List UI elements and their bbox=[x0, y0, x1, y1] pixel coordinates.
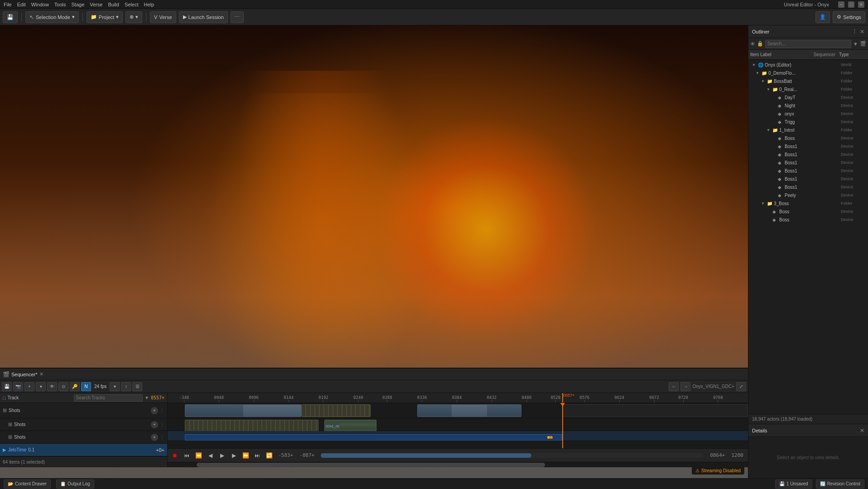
tools-menu[interactable]: Tools bbox=[54, 2, 66, 7]
clip-sub1[interactable] bbox=[185, 420, 318, 432]
progress-bar-container[interactable] bbox=[321, 453, 704, 458]
timeline-scrollbar[interactable] bbox=[168, 462, 748, 467]
toolbar-extra-button[interactable]: ⊕ ▾ bbox=[125, 11, 142, 23]
outliner-menu-icon[interactable]: ⋮ bbox=[852, 29, 857, 34]
filter-icon[interactable]: ▼ bbox=[853, 41, 858, 47]
seq-filter-btn[interactable]: ▾ bbox=[36, 382, 46, 391]
details-close-button[interactable]: ✕ bbox=[860, 427, 864, 434]
tree-item-night[interactable]: ◆ Night Device bbox=[748, 101, 868, 110]
tree-item-peely[interactable]: ◆ Peely Device bbox=[748, 191, 868, 199]
help-menu[interactable]: Help bbox=[144, 2, 154, 7]
track-search-input[interactable] bbox=[74, 394, 143, 402]
tree-item-3boss[interactable]: ▼ 📁 3_Boss Folder bbox=[748, 199, 868, 207]
track-filter-btn[interactable]: ▼ bbox=[145, 395, 149, 400]
verse-button[interactable]: V Verse bbox=[150, 11, 176, 23]
shots-sub-add1[interactable]: + bbox=[151, 421, 158, 428]
clip-2[interactable] bbox=[301, 404, 371, 417]
output-log-button[interactable]: 📋 Output Log bbox=[56, 479, 94, 489]
tree-item-dayt[interactable]: ◆ DayT Device bbox=[748, 93, 868, 101]
seq-prev-btn[interactable]: ← bbox=[669, 382, 679, 391]
step-back-btn[interactable]: ⏪ bbox=[194, 451, 203, 460]
build-menu[interactable]: Build bbox=[108, 2, 119, 7]
seq-eye-btn[interactable]: 👁 bbox=[47, 382, 57, 391]
step-fwd-btn[interactable]: ⏩ bbox=[241, 451, 250, 460]
project-button[interactable]: 📁 Project ▾ bbox=[87, 11, 123, 23]
sequencer-close-button[interactable]: ✕ bbox=[39, 371, 43, 377]
tree-item-bossbatt[interactable]: ▼ 📁 BossBatt Folder bbox=[748, 77, 868, 85]
seq-lock-btn[interactable]: ⊙ bbox=[58, 382, 68, 391]
seq-add-btn[interactable]: + bbox=[24, 382, 34, 391]
shots-sub-options2[interactable]: ⋮ bbox=[160, 435, 164, 440]
scrollbar-thumb[interactable] bbox=[197, 463, 545, 467]
tree-item-boss7[interactable]: ◆ Boss1 Device bbox=[748, 183, 868, 191]
seq-select-btn[interactable]: N bbox=[81, 382, 91, 391]
tree-item-boss8[interactable]: ◆ Boss Device bbox=[748, 207, 868, 216]
outliner-search-input[interactable] bbox=[765, 40, 851, 48]
shots-sub-row1[interactable]: ⊞ Shots + ⋮ bbox=[0, 418, 167, 431]
next-key-btn[interactable]: ▶ bbox=[229, 451, 238, 460]
tree-item-boss2[interactable]: ◆ Boss1 Device bbox=[748, 142, 868, 150]
loop-btn[interactable]: 🔁 bbox=[265, 451, 274, 460]
sequencer-icon[interactable]: 🎬 bbox=[860, 41, 866, 47]
unsaved-button[interactable]: 💾 1 Unsaved bbox=[775, 479, 812, 489]
shots-track-row[interactable]: ⊞ Shots + ⋮ bbox=[0, 403, 167, 418]
revision-control-button[interactable]: 🔄 Revision Control bbox=[816, 479, 864, 489]
tree-item-boss5[interactable]: ◆ Boss1 Device bbox=[748, 167, 868, 175]
seq-save-btn[interactable]: 💾 bbox=[2, 382, 12, 391]
seq-fps-btn[interactable]: ▾ bbox=[110, 382, 120, 391]
shots-sub-options1[interactable]: ⋮ bbox=[160, 422, 164, 427]
tree-item-1introl[interactable]: ▼ 📁 1_Introl Folder bbox=[748, 126, 868, 134]
seq-play-range-btn[interactable]: ↕ bbox=[121, 382, 131, 391]
tree-item-boss9[interactable]: ◆ Boss Device bbox=[748, 216, 868, 224]
tree-item-0real[interactable]: ▼ 📁 0_Real... Folder bbox=[748, 85, 868, 93]
select-menu[interactable]: Select bbox=[125, 2, 139, 7]
shots-add-button[interactable]: + bbox=[151, 407, 158, 414]
more-options-button[interactable]: ⋯ bbox=[231, 11, 244, 23]
tree-item-trigg[interactable]: ◆ Trigg Device bbox=[748, 118, 868, 126]
stage-menu[interactable]: Stage bbox=[72, 2, 85, 7]
tree-item-0demofl[interactable]: ▼ 📁 0_DemoFlo... Folder bbox=[748, 69, 868, 77]
sequencer-timeline[interactable]: -348 0048 0096 0144 bbox=[168, 393, 748, 467]
close-button[interactable]: ✕ bbox=[858, 1, 864, 8]
save-button[interactable]: 💾 bbox=[3, 11, 18, 23]
tree-item-boss3[interactable]: ◆ Boss1 Device bbox=[748, 150, 868, 158]
edit-menu[interactable]: Edit bbox=[17, 2, 26, 7]
seq-key-btn[interactable]: 🔑 bbox=[70, 382, 80, 391]
go-start-btn[interactable]: ⏮ bbox=[182, 451, 191, 460]
launch-session-button[interactable]: ▶ Launch Session bbox=[179, 11, 228, 23]
seq-misc-btn[interactable]: ☰ bbox=[132, 382, 142, 391]
tree-item-boss6[interactable]: ◆ Boss1 Device bbox=[748, 175, 868, 183]
play-btn[interactable]: ▶ bbox=[217, 451, 227, 460]
content-drawer-button[interactable]: 📂 Content Drawer bbox=[4, 479, 51, 489]
tree-item-boss4[interactable]: ◆ Boss1 Device bbox=[748, 158, 868, 167]
timeline-content[interactable]: 0041_0051 bbox=[168, 403, 748, 448]
prev-key-btn[interactable]: ◀ bbox=[206, 451, 215, 460]
record-btn[interactable]: ⏺ bbox=[170, 451, 179, 460]
shots-options[interactable]: ⋮ bbox=[160, 408, 164, 413]
file-menu[interactable]: File bbox=[4, 2, 12, 7]
shots-sub-add2[interactable]: + bbox=[151, 434, 158, 441]
maximize-button[interactable]: □ bbox=[848, 1, 854, 8]
seq-next-btn[interactable]: → bbox=[680, 382, 690, 391]
selection-mode-button[interactable]: ↖ Selection Mode ▾ bbox=[25, 11, 79, 23]
go-end-btn[interactable]: ⏭ bbox=[253, 451, 262, 460]
outliner-close-button[interactable]: ✕ bbox=[860, 29, 864, 35]
clip-3[interactable] bbox=[417, 404, 522, 417]
clip-sub2[interactable]: 0041_0051 bbox=[324, 420, 376, 432]
settings-button[interactable]: ⚙ Settings bbox=[833, 11, 865, 23]
seq-expand-btn[interactable]: ⤢ bbox=[736, 382, 746, 391]
tree-item-boss1[interactable]: ◆ Boss Device bbox=[748, 134, 868, 142]
lock-icon[interactable]: 🔒 bbox=[757, 41, 763, 47]
tree-item-onyx[interactable]: ▼ 🌐 Onyx (Editor) World bbox=[748, 61, 868, 69]
window-menu[interactable]: Window bbox=[31, 2, 49, 7]
jelo-time-track[interactable]: ▶ JeloTime 0.1 +0+ bbox=[0, 444, 167, 456]
view-options-button[interactable]: 👤 bbox=[815, 11, 830, 23]
minimize-button[interactable]: ─ bbox=[838, 1, 844, 8]
clip-1[interactable] bbox=[185, 404, 301, 417]
device-icon9: ◆ bbox=[778, 168, 783, 173]
seq-camera-btn[interactable]: 📷 bbox=[13, 382, 23, 391]
eye-icon[interactable]: 👁 bbox=[750, 41, 755, 47]
tree-item-onyx2[interactable]: ◆ onyx Device bbox=[748, 110, 868, 118]
shots-sub-row2[interactable]: ⊞ Shots + ⋮ bbox=[0, 431, 167, 444]
verse-menu[interactable]: Verse bbox=[90, 2, 102, 7]
